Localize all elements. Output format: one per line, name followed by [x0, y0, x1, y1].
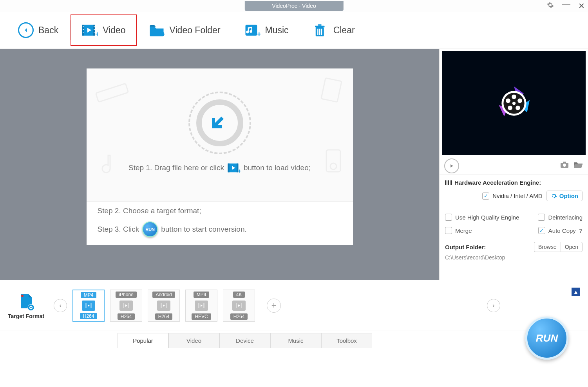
svg-point-37 [563, 164, 566, 167]
bg-ruler-icon [94, 76, 130, 104]
svg-rect-36 [563, 162, 566, 163]
format-card-mp4-hevc[interactable]: MP4HEVC [185, 290, 217, 322]
music-button[interactable]: + Music [232, 18, 300, 42]
svg-rect-54 [241, 303, 242, 308]
options-row-2: Merge ✓Auto Copy ? [440, 224, 588, 237]
svg-rect-19 [96, 83, 128, 102]
tab-popular[interactable]: Popular [118, 333, 168, 348]
format-card-mp4-h264[interactable]: MP4H264 [72, 290, 105, 322]
bg-file-icon [318, 76, 345, 104]
option-button[interactable]: Option [546, 191, 583, 201]
svg-rect-41 [85, 303, 87, 308]
svg-rect-50 [198, 303, 199, 308]
option-label: Option [559, 193, 578, 199]
svg-point-3 [83, 26, 84, 27]
camera-icon[interactable] [560, 161, 569, 171]
tab-video[interactable]: Video [168, 333, 219, 348]
folder-open-icon[interactable] [573, 161, 583, 171]
run-button[interactable]: RUN [525, 317, 568, 360]
drop-card: Step 1. Drag file here or click + button… [87, 68, 353, 245]
drop-zone[interactable]: Step 1. Drag file here or click + button… [87, 68, 353, 202]
svg-rect-20 [321, 78, 341, 102]
svg-rect-44 [123, 303, 124, 308]
svg-point-5 [83, 32, 84, 33]
trash-icon [312, 23, 329, 38]
main-area: Step 1. Drag file here or click + button… [0, 49, 588, 280]
back-button[interactable]: Back [6, 18, 70, 42]
run-label: RUN [536, 332, 558, 344]
svg-point-4 [83, 29, 84, 30]
gpu-label: Nvidia / Intel / AMD [492, 193, 543, 199]
svg-text:+: + [238, 168, 241, 174]
tab-toolbox[interactable]: Toolbox [321, 333, 372, 348]
format-add-button[interactable]: + [267, 299, 281, 313]
step1-video-icon: + [227, 162, 241, 174]
deinterlace-checkbox[interactable]: Deinterlacing [538, 214, 583, 221]
app-logo-icon [494, 84, 534, 123]
svg-point-7 [94, 29, 95, 30]
output-section: Output Folder: Browse Open C:\Users\reco… [440, 237, 588, 265]
autocopy-label: Auto Copy [548, 227, 576, 234]
toolbar: Back + Video + Video Folder + Music Clea… [0, 12, 588, 49]
format-next-button[interactable]: › [487, 299, 500, 312]
quality-checkbox[interactable]: Use High Quality Engine [445, 214, 519, 221]
upload-arrow-icon [210, 113, 229, 132]
svg-rect-18 [321, 29, 322, 35]
gpu-checkbox[interactable]: ✓ Nvidia / Intel / AMD [482, 193, 543, 200]
svg-rect-42 [90, 303, 92, 308]
svg-point-31 [517, 98, 522, 103]
merge-label: Merge [455, 227, 472, 234]
format-card-android-h264[interactable]: AndroidH264 [148, 290, 180, 322]
clear-label: Clear [333, 25, 355, 36]
settings-icon[interactable] [547, 2, 554, 10]
minimize-icon[interactable]: — [562, 0, 570, 9]
back-label: Back [38, 25, 58, 36]
browse-button[interactable]: Browse [534, 242, 561, 252]
hw-title-row: Hardware Acceleration Engine: [445, 179, 583, 186]
help-icon[interactable]: ? [579, 227, 583, 234]
video-folder-button[interactable]: + Video Folder [137, 18, 232, 42]
svg-point-30 [512, 94, 516, 99]
hardware-section: Hardware Acceleration Engine: ✓ Nvidia /… [440, 175, 588, 211]
back-arrow-icon [18, 22, 34, 38]
svg-text:+: + [95, 30, 98, 38]
close-icon[interactable]: ✕ [578, 1, 585, 11]
drop-panel: Step 1. Drag file here or click + button… [0, 49, 439, 280]
svg-text:+: + [161, 30, 165, 38]
svg-rect-17 [319, 29, 320, 35]
scroll-up-button[interactable]: ▲ [572, 288, 580, 296]
open-button[interactable]: Open [561, 242, 583, 252]
hw-gpu-row: ✓ Nvidia / Intel / AMD Option [445, 191, 583, 201]
video-button[interactable]: + Video [75, 18, 132, 42]
svg-rect-48 [166, 303, 167, 308]
title-bar: VideoProc - Video — ✕ [0, 0, 588, 12]
svg-rect-24 [228, 164, 229, 173]
format-card-4k-h264[interactable]: 4KH264 [223, 290, 255, 322]
svg-text:+: + [257, 30, 261, 38]
svg-rect-15 [318, 24, 322, 26]
clear-button[interactable]: Clear [300, 18, 367, 42]
target-format-label: Target Format [8, 313, 44, 319]
svg-rect-47 [161, 303, 162, 308]
tab-device[interactable]: Device [219, 333, 270, 348]
step2-row: Step 2. Choose a target format; [87, 202, 353, 220]
format-row: Target Format ‹ MP4H264iPhoneH264Android… [0, 280, 588, 331]
svg-point-39 [21, 295, 24, 297]
hw-title: Hardware Acceleration Engine: [454, 179, 541, 186]
step3-text-a: Step 3. Click [98, 225, 139, 234]
video-folder-label: Video Folder [170, 25, 221, 36]
format-card-iphone-h264[interactable]: iPhoneH264 [110, 290, 142, 322]
output-path: C:\Users\record\Desktop [445, 254, 583, 261]
format-prev-button[interactable]: ‹ [54, 299, 67, 312]
step3-text-b: button to start conversion. [161, 225, 247, 234]
step2-text: Step 2. Choose a target format; [98, 207, 201, 215]
merge-checkbox[interactable]: Merge [445, 227, 472, 234]
tab-music[interactable]: Music [270, 333, 321, 348]
output-title: Output Folder: [445, 244, 486, 250]
play-button[interactable] [444, 158, 459, 173]
drop-target-ring [188, 92, 251, 154]
svg-point-8 [94, 32, 95, 33]
autocopy-checkbox[interactable]: ✓Auto Copy ? [538, 227, 583, 234]
svg-point-34 [506, 98, 510, 103]
step1-text-b: button to load video; [244, 164, 311, 172]
